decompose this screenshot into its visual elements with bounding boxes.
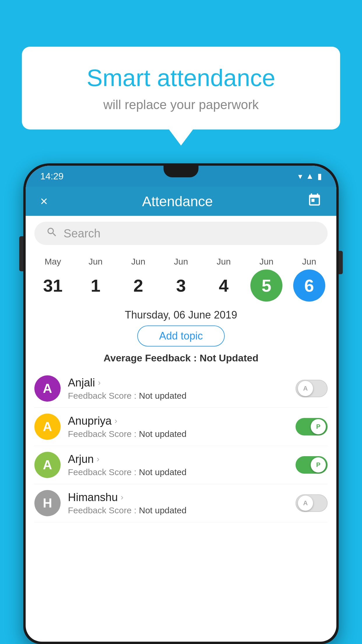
student-info: Anupriya ›Feedback Score : Not updated bbox=[68, 415, 288, 439]
close-button[interactable]: × bbox=[40, 194, 48, 209]
calendar-day[interactable]: Jun3 bbox=[164, 257, 198, 302]
student-list: AAnjali ›Feedback Score : Not updatedAAA… bbox=[26, 370, 336, 522]
attendance-toggle[interactable]: A bbox=[296, 380, 328, 397]
battery-icon: ▮ bbox=[317, 172, 322, 181]
calendar-icon[interactable] bbox=[307, 193, 322, 210]
toggle-switch[interactable]: A bbox=[296, 494, 328, 512]
wifi-icon: ▾ bbox=[298, 172, 302, 181]
app-header: × Attendance bbox=[26, 187, 336, 216]
student-info: Arjun ›Feedback Score : Not updated bbox=[68, 453, 288, 477]
calendar-day[interactable]: Jun4 bbox=[206, 257, 241, 302]
student-info: Himanshu ›Feedback Score : Not updated bbox=[68, 491, 288, 515]
cal-date-number: 6 bbox=[293, 270, 325, 302]
attendance-toggle[interactable]: P bbox=[296, 418, 328, 435]
student-avatar: H bbox=[34, 490, 61, 516]
cal-month-label: Jun bbox=[174, 257, 188, 267]
search-bar[interactable]: Search bbox=[34, 222, 328, 245]
cal-date-number: 5 bbox=[250, 270, 282, 302]
toggle-knob: A bbox=[298, 496, 313, 511]
avg-feedback-value: Not Updated bbox=[200, 352, 259, 363]
student-name: Himanshu › bbox=[68, 491, 288, 504]
speech-bubble: Smart attendance will replace your paper… bbox=[22, 47, 340, 130]
avg-feedback: Average Feedback : Not Updated bbox=[26, 352, 336, 364]
avg-feedback-label: Average Feedback : bbox=[103, 352, 199, 363]
student-feedback: Feedback Score : Not updated bbox=[68, 467, 288, 477]
bubble-title: Smart attendance bbox=[45, 64, 317, 92]
student-feedback: Feedback Score : Not updated bbox=[68, 429, 288, 439]
student-feedback: Feedback Score : Not updated bbox=[68, 391, 288, 401]
phone-frame: 14:29 ▾ ▲ ▮ × Attendance S bbox=[23, 163, 339, 644]
cal-date-number: 3 bbox=[165, 270, 197, 302]
search-icon bbox=[46, 226, 58, 241]
selected-date: Thursday, 06 June 2019 bbox=[26, 309, 336, 321]
student-avatar: A bbox=[34, 375, 61, 402]
chevron-icon: › bbox=[98, 378, 101, 387]
calendar-day[interactable]: Jun2 bbox=[121, 257, 156, 302]
toggle-switch[interactable]: P bbox=[296, 456, 328, 474]
student-info: Anjali ›Feedback Score : Not updated bbox=[68, 377, 288, 401]
chevron-icon: › bbox=[115, 416, 117, 426]
cal-month-label: May bbox=[45, 257, 61, 267]
student-name: Anjali › bbox=[68, 377, 288, 389]
power-button bbox=[19, 236, 23, 271]
toggle-knob: P bbox=[311, 457, 326, 473]
toggle-switch[interactable]: P bbox=[296, 418, 328, 435]
cal-month-label: Jun bbox=[217, 257, 231, 267]
header-title: Attendance bbox=[142, 193, 213, 209]
student-avatar: A bbox=[34, 452, 61, 478]
status-icons: ▾ ▲ ▮ bbox=[298, 172, 322, 181]
speech-bubble-container: Smart attendance will replace your paper… bbox=[22, 47, 340, 130]
student-item[interactable]: AArjun ›Feedback Score : Not updatedP bbox=[34, 446, 328, 484]
calendar-day[interactable]: Jun6 bbox=[292, 257, 327, 302]
calendar-day[interactable]: Jun5 bbox=[249, 257, 284, 302]
student-item[interactable]: HHimanshu ›Feedback Score : Not updatedA bbox=[34, 484, 328, 522]
cal-month-label: Jun bbox=[131, 257, 145, 267]
chevron-icon: › bbox=[121, 493, 123, 502]
calendar-strip: May31Jun1Jun2Jun3Jun4Jun5Jun6 bbox=[26, 251, 336, 302]
chevron-icon: › bbox=[97, 454, 99, 464]
toggle-switch[interactable]: A bbox=[296, 380, 328, 397]
student-item[interactable]: AAnupriya ›Feedback Score : Not updatedP bbox=[34, 408, 328, 446]
cal-month-label: Jun bbox=[302, 257, 316, 267]
calendar-day[interactable]: Jun1 bbox=[78, 257, 113, 302]
phone-screen: 14:29 ▾ ▲ ▮ × Attendance S bbox=[26, 166, 336, 642]
student-item[interactable]: AAnjali ›Feedback Score : Not updatedA bbox=[34, 370, 328, 408]
add-topic-button[interactable]: Add topic bbox=[137, 326, 225, 346]
volume-button bbox=[339, 251, 343, 274]
student-name: Anupriya › bbox=[68, 415, 288, 427]
status-time: 14:29 bbox=[40, 171, 64, 182]
signal-icon: ▲ bbox=[306, 172, 314, 181]
calendar-day[interactable]: May31 bbox=[35, 257, 70, 302]
student-name: Arjun › bbox=[68, 453, 288, 466]
cal-date-number: 2 bbox=[122, 270, 154, 302]
toggle-knob: P bbox=[311, 419, 326, 434]
toggle-knob: A bbox=[298, 381, 313, 396]
cal-month-label: Jun bbox=[259, 257, 273, 267]
attendance-toggle[interactable]: P bbox=[296, 456, 328, 474]
cal-date-number: 1 bbox=[80, 270, 112, 302]
phone-notch bbox=[164, 166, 198, 177]
student-avatar: A bbox=[34, 414, 61, 440]
student-feedback: Feedback Score : Not updated bbox=[68, 505, 288, 515]
cal-date-number: 4 bbox=[208, 270, 240, 302]
cal-date-number: 31 bbox=[37, 270, 69, 302]
search-placeholder: Search bbox=[64, 227, 101, 240]
bubble-subtitle: will replace your paperwork bbox=[45, 97, 317, 112]
cal-month-label: Jun bbox=[89, 257, 103, 267]
attendance-toggle[interactable]: A bbox=[296, 494, 328, 512]
